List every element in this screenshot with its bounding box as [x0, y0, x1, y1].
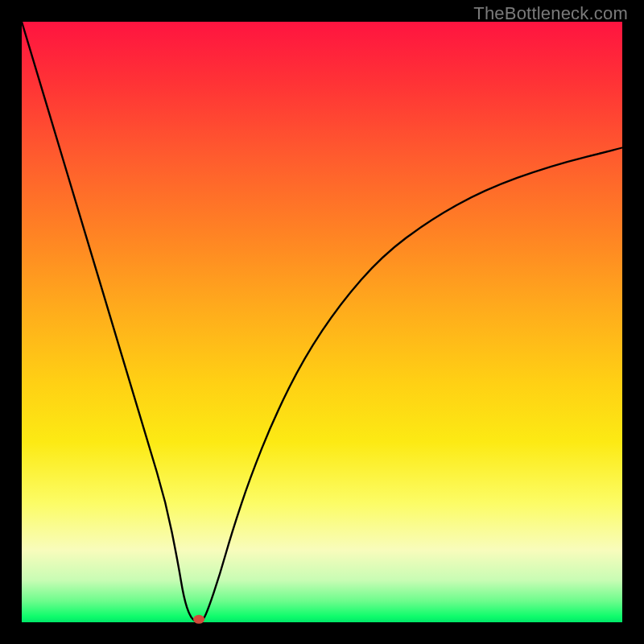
plot-area: [22, 22, 622, 622]
curve-path: [22, 22, 622, 622]
bottleneck-curve: [22, 22, 622, 622]
watermark-text: TheBottleneck.com: [473, 3, 628, 24]
chart-frame: TheBottleneck.com: [0, 0, 644, 644]
minimum-marker: [193, 615, 204, 624]
